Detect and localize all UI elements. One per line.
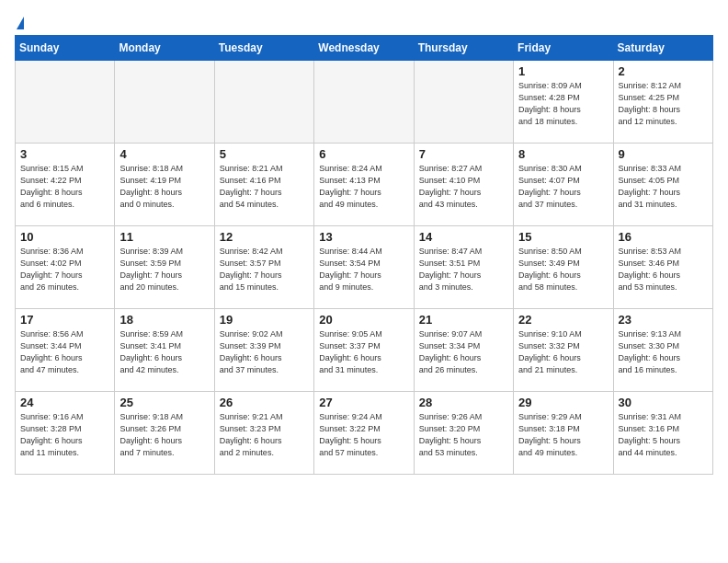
calendar-cell-10: 6Sunrise: 8:24 AM Sunset: 4:13 PM Daylig…: [314, 144, 414, 226]
weekday-header-friday: Friday: [514, 36, 613, 61]
day-info: Sunrise: 8:09 AM Sunset: 4:28 PM Dayligh…: [518, 80, 608, 128]
day-number: 28: [419, 396, 508, 409]
day-number: 9: [619, 147, 708, 161]
weekday-header-thursday: Thursday: [414, 36, 513, 61]
day-info: Sunrise: 8:56 AM Sunset: 3:44 PM Dayligh…: [20, 328, 109, 376]
day-number: 22: [518, 313, 608, 327]
calendar-cell-18: 14Sunrise: 8:47 AM Sunset: 3:51 PM Dayli…: [414, 226, 513, 309]
calendar-cell-11: 7Sunrise: 8:27 AM Sunset: 4:10 PM Daylig…: [414, 144, 513, 226]
weekday-header-saturday: Saturday: [613, 36, 712, 61]
day-number: 6: [319, 147, 408, 161]
weekday-header-monday: Monday: [115, 36, 214, 61]
calendar-cell-4: [414, 61, 513, 144]
day-info: Sunrise: 8:21 AM Sunset: 4:16 PM Dayligh…: [220, 163, 309, 211]
day-info: Sunrise: 9:29 AM Sunset: 3:18 PM Dayligh…: [518, 411, 608, 459]
day-number: 1: [518, 64, 608, 78]
calendar-cell-22: 18Sunrise: 8:59 AM Sunset: 3:41 PM Dayli…: [115, 309, 214, 392]
day-info: Sunrise: 8:59 AM Sunset: 3:41 PM Dayligh…: [119, 328, 209, 376]
day-number: 10: [20, 230, 109, 244]
day-number: 2: [619, 64, 708, 78]
day-info: Sunrise: 8:47 AM Sunset: 3:51 PM Dayligh…: [419, 246, 508, 293]
calendar-cell-24: 20Sunrise: 9:05 AM Sunset: 3:37 PM Dayli…: [314, 309, 414, 392]
day-info: Sunrise: 9:24 AM Sunset: 3:22 PM Dayligh…: [319, 411, 408, 459]
day-info: Sunrise: 8:44 AM Sunset: 3:54 PM Dayligh…: [319, 246, 408, 293]
calendar-cell-30: 26Sunrise: 9:21 AM Sunset: 3:23 PM Dayli…: [214, 392, 313, 475]
day-info: Sunrise: 9:16 AM Sunset: 3:28 PM Dayligh…: [20, 411, 109, 459]
day-number: 24: [20, 396, 109, 409]
page-header: [15, 15, 713, 28]
calendar-cell-19: 15Sunrise: 8:50 AM Sunset: 3:49 PM Dayli…: [514, 226, 613, 309]
day-number: 5: [220, 147, 309, 161]
day-number: 25: [119, 396, 209, 409]
calendar-cell-1: [115, 61, 214, 144]
day-info: Sunrise: 9:07 AM Sunset: 3:34 PM Dayligh…: [419, 328, 508, 376]
day-number: 11: [119, 230, 209, 244]
calendar-cell-15: 11Sunrise: 8:39 AM Sunset: 3:59 PM Dayli…: [115, 226, 214, 309]
day-info: Sunrise: 9:05 AM Sunset: 3:37 PM Dayligh…: [319, 328, 408, 376]
day-number: 18: [119, 313, 209, 327]
logo: [15, 15, 24, 28]
day-info: Sunrise: 9:10 AM Sunset: 3:32 PM Dayligh…: [518, 328, 608, 376]
calendar-cell-34: 30Sunrise: 9:31 AM Sunset: 3:16 PM Dayli…: [613, 392, 712, 475]
calendar-cell-25: 21Sunrise: 9:07 AM Sunset: 3:34 PM Dayli…: [414, 309, 513, 392]
calendar-cell-31: 27Sunrise: 9:24 AM Sunset: 3:22 PM Dayli…: [314, 392, 414, 475]
logo-icon: [17, 17, 24, 29]
day-info: Sunrise: 8:24 AM Sunset: 4:13 PM Dayligh…: [319, 163, 408, 211]
calendar-cell-17: 13Sunrise: 8:44 AM Sunset: 3:54 PM Dayli…: [314, 226, 414, 309]
calendar-cell-29: 25Sunrise: 9:18 AM Sunset: 3:26 PM Dayli…: [115, 392, 214, 475]
day-info: Sunrise: 9:02 AM Sunset: 3:39 PM Dayligh…: [220, 328, 309, 376]
weekday-header-tuesday: Tuesday: [214, 36, 313, 61]
day-number: 20: [319, 313, 408, 327]
day-info: Sunrise: 9:18 AM Sunset: 3:26 PM Dayligh…: [119, 411, 209, 459]
calendar-cell-13: 9Sunrise: 8:33 AM Sunset: 4:05 PM Daylig…: [613, 144, 712, 226]
calendar-cell-8: 4Sunrise: 8:18 AM Sunset: 4:19 PM Daylig…: [115, 144, 214, 226]
calendar-cell-16: 12Sunrise: 8:42 AM Sunset: 3:57 PM Dayli…: [214, 226, 313, 309]
day-number: 13: [319, 230, 408, 244]
weekday-header-row: SundayMondayTuesdayWednesdayThursdayFrid…: [16, 36, 713, 61]
day-info: Sunrise: 8:42 AM Sunset: 3:57 PM Dayligh…: [220, 246, 309, 293]
calendar-cell-6: 2Sunrise: 8:12 AM Sunset: 4:25 PM Daylig…: [613, 61, 712, 144]
calendar-cell-12: 8Sunrise: 8:30 AM Sunset: 4:07 PM Daylig…: [514, 144, 613, 226]
calendar-cell-27: 23Sunrise: 9:13 AM Sunset: 3:30 PM Dayli…: [613, 309, 712, 392]
calendar-week-row-1: 1Sunrise: 8:09 AM Sunset: 4:28 PM Daylig…: [16, 61, 713, 144]
day-number: 26: [220, 396, 309, 409]
weekday-header-sunday: Sunday: [16, 36, 115, 61]
weekday-header-wednesday: Wednesday: [314, 36, 414, 61]
calendar-cell-32: 28Sunrise: 9:26 AM Sunset: 3:20 PM Dayli…: [414, 392, 513, 475]
calendar-week-row-4: 17Sunrise: 8:56 AM Sunset: 3:44 PM Dayli…: [16, 309, 713, 392]
day-number: 23: [619, 313, 708, 327]
day-number: 14: [419, 230, 508, 244]
day-number: 19: [220, 313, 309, 327]
day-info: Sunrise: 8:39 AM Sunset: 3:59 PM Dayligh…: [119, 246, 209, 293]
calendar-cell-14: 10Sunrise: 8:36 AM Sunset: 4:02 PM Dayli…: [16, 226, 115, 309]
day-info: Sunrise: 8:12 AM Sunset: 4:25 PM Dayligh…: [619, 80, 708, 128]
day-number: 17: [20, 313, 109, 327]
calendar-table: SundayMondayTuesdayWednesdayThursdayFrid…: [15, 35, 713, 475]
day-info: Sunrise: 8:36 AM Sunset: 4:02 PM Dayligh…: [20, 246, 109, 293]
calendar-cell-0: [16, 61, 115, 144]
calendar-cell-20: 16Sunrise: 8:53 AM Sunset: 3:46 PM Dayli…: [613, 226, 712, 309]
day-info: Sunrise: 8:53 AM Sunset: 3:46 PM Dayligh…: [619, 246, 708, 293]
day-info: Sunrise: 9:31 AM Sunset: 3:16 PM Dayligh…: [619, 411, 708, 459]
day-number: 29: [518, 396, 608, 409]
calendar-cell-9: 5Sunrise: 8:21 AM Sunset: 4:16 PM Daylig…: [214, 144, 313, 226]
day-number: 30: [619, 396, 708, 409]
day-number: 7: [419, 147, 508, 161]
day-number: 21: [419, 313, 508, 327]
day-info: Sunrise: 8:27 AM Sunset: 4:10 PM Dayligh…: [419, 163, 508, 211]
day-number: 8: [518, 147, 608, 161]
day-info: Sunrise: 9:26 AM Sunset: 3:20 PM Dayligh…: [419, 411, 508, 459]
calendar-cell-21: 17Sunrise: 8:56 AM Sunset: 3:44 PM Dayli…: [16, 309, 115, 392]
day-info: Sunrise: 8:50 AM Sunset: 3:49 PM Dayligh…: [518, 246, 608, 293]
calendar-cell-23: 19Sunrise: 9:02 AM Sunset: 3:39 PM Dayli…: [214, 309, 313, 392]
calendar-week-row-3: 10Sunrise: 8:36 AM Sunset: 4:02 PM Dayli…: [16, 226, 713, 309]
calendar-cell-2: [214, 61, 313, 144]
day-number: 16: [619, 230, 708, 244]
calendar-cell-33: 29Sunrise: 9:29 AM Sunset: 3:18 PM Dayli…: [514, 392, 613, 475]
calendar-week-row-5: 24Sunrise: 9:16 AM Sunset: 3:28 PM Dayli…: [16, 392, 713, 475]
calendar-cell-5: 1Sunrise: 8:09 AM Sunset: 4:28 PM Daylig…: [514, 61, 613, 144]
day-number: 27: [319, 396, 408, 409]
day-info: Sunrise: 8:15 AM Sunset: 4:22 PM Dayligh…: [20, 163, 109, 211]
day-number: 15: [518, 230, 608, 244]
calendar-cell-7: 3Sunrise: 8:15 AM Sunset: 4:22 PM Daylig…: [16, 144, 115, 226]
